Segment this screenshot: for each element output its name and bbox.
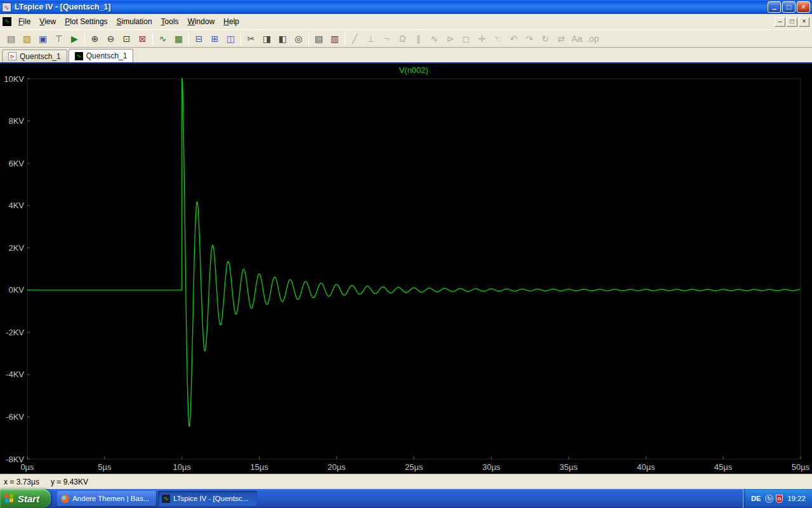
zoom-out-button[interactable]: ⊖	[103, 31, 119, 46]
open-button[interactable]: ▨	[19, 31, 35, 46]
x-tick-label: 35µs	[560, 462, 578, 472]
drag-icon: ☜	[494, 34, 502, 43]
toolbar-separator	[308, 32, 309, 45]
taskbar: Start Andere Themen | Bas...∿LTspice IV …	[0, 489, 812, 508]
maximize-button[interactable]: □	[782, 1, 796, 13]
zoom-out-icon: ⊖	[107, 34, 115, 43]
component-icon: ◻	[462, 34, 470, 43]
find-button[interactable]: ◎	[291, 31, 306, 46]
menu-simulation[interactable]: Simulation	[112, 15, 157, 28]
mdi-restore-icon: □	[790, 18, 794, 25]
taskbar-item-ltspice[interactable]: ∿LTspice IV - [Quentsc...	[158, 491, 257, 506]
maximize-icon: □	[787, 3, 791, 11]
tab-waveform-quentsch_1[interactable]: ∿Quentsch_1	[69, 49, 134, 62]
mdi-restore-button[interactable]: □	[787, 17, 797, 27]
drag-button: ☜	[490, 31, 506, 46]
titlebar: ∿ LTspice IV - [Quentsch_1] – □ ×	[0, 0, 812, 14]
menu-view[interactable]: View	[35, 15, 60, 28]
cut-button[interactable]: ✂	[243, 31, 259, 46]
zoom-full-extents-button[interactable]: ⊡	[119, 31, 134, 46]
text-icon: Aa	[572, 34, 582, 43]
clock: 19:22	[787, 495, 806, 502]
minimize-button[interactable]: –	[768, 1, 781, 13]
menu-window[interactable]: Window	[183, 15, 219, 28]
x-tick-label: 50µs	[792, 462, 810, 472]
menu-file[interactable]: File	[14, 15, 35, 28]
x-tick-label: 25µs	[405, 462, 423, 472]
close-button[interactable]: ×	[797, 1, 810, 13]
capacitor-icon: ∥	[416, 34, 421, 43]
waveform-pane[interactable]: V(n002) 10KV8KV6KV4KV2KV0KV-2KV-4KV-6KV-…	[0, 64, 812, 474]
redo-icon: ↷	[526, 34, 534, 43]
zoom-undo-icon: ⊠	[139, 34, 147, 43]
sync-icon[interactable]: ↻	[765, 495, 773, 503]
menu-plot-settings[interactable]: Plot Settings	[60, 15, 112, 28]
inductor-button: ∿	[426, 31, 442, 46]
label-net-button: ¬	[379, 31, 395, 46]
schematic-icon: ⊳	[8, 52, 16, 60]
cascade-windows-button[interactable]: ◫	[223, 31, 239, 46]
mirror-button: ⇄	[553, 31, 569, 46]
plot-settings-icon: ▦	[174, 34, 183, 43]
zoom-undo-button[interactable]: ⊠	[134, 31, 150, 46]
ltspice-icon: ∿	[162, 495, 170, 503]
save-icon: ▣	[39, 34, 47, 43]
y-tick-label: 4KV	[8, 201, 24, 210]
menu-help[interactable]: Help	[219, 15, 244, 28]
undo-button: ↶	[506, 31, 521, 46]
start-button[interactable]: Start	[0, 489, 51, 508]
toolbar-separator	[84, 32, 85, 45]
new-schematic-button[interactable]: ▤	[3, 31, 19, 46]
run-button[interactable]: ▶	[67, 31, 82, 46]
print-icon: ▥	[331, 34, 339, 43]
tile-horizontal-button[interactable]: ⊟	[191, 31, 207, 46]
zoom-in-button[interactable]: ⊕	[87, 31, 103, 46]
window-controls: – □ ×	[766, 1, 810, 13]
copy-icon: ◨	[263, 34, 271, 43]
y-tick-label: -4KV	[6, 370, 24, 379]
spice-directive-icon: .op	[587, 34, 599, 43]
mdi-close-button[interactable]: ×	[799, 17, 809, 27]
open-icon: ▨	[23, 34, 31, 43]
shield-icon[interactable]: G	[776, 495, 783, 503]
tab-label: Quentsch_1	[20, 52, 61, 61]
x-tick-label: 30µs	[482, 462, 501, 472]
y-tick-label: 10KV	[4, 74, 24, 84]
rotate-button: ↻	[537, 31, 553, 46]
resistor-icon: Ω	[399, 34, 405, 43]
tile-horizontal-icon: ⊟	[195, 34, 203, 43]
print-setup-button[interactable]: ▤	[311, 31, 327, 46]
window-title: LTspice IV - [Quentsch_1]	[15, 3, 111, 11]
status-bar: x = 3.73µs y = 9.43KV	[0, 474, 812, 489]
diode-button: ⊳	[442, 31, 458, 46]
app-icon: ∿	[2, 3, 11, 12]
x-tick-label: 40µs	[637, 462, 655, 472]
menu-tools[interactable]: Tools	[157, 15, 183, 28]
redo-button: ↷	[521, 31, 537, 46]
minimize-icon: –	[772, 4, 776, 13]
language-indicator[interactable]: DE	[751, 495, 761, 502]
paste-button[interactable]: ◧	[275, 31, 291, 46]
tab-schematic-quentsch_1[interactable]: ⊳Quentsch_1	[2, 50, 67, 62]
mdi-minimize-button[interactable]: –	[775, 17, 785, 27]
save-button[interactable]: ▣	[35, 31, 51, 46]
taskbar-item-firefox[interactable]: Andere Themen | Bas...	[57, 491, 156, 506]
system-tray: DE ↻G 19:22	[743, 489, 812, 508]
print-button[interactable]: ▥	[327, 31, 343, 46]
ground-icon: ⊥	[367, 34, 374, 43]
mdi-window-controls: – □ ×	[775, 17, 809, 27]
plot-settings-button[interactable]: ▦	[171, 31, 187, 46]
autorange-y-button[interactable]: ∿	[155, 31, 171, 46]
zoom-full-extents-icon: ⊡	[123, 34, 131, 43]
rotate-icon: ↻	[542, 34, 549, 43]
control-panel-button[interactable]: ⊤	[51, 31, 67, 46]
plot-background	[0, 64, 812, 474]
windows-flag-icon	[5, 494, 14, 504]
move-icon: ✛	[478, 34, 486, 43]
waveform-plot: V(n002) 10KV8KV6KV4KV2KV0KV-2KV-4KV-6KV-…	[0, 64, 812, 474]
waveform-icon: ∿	[75, 52, 83, 60]
print-setup-icon: ▤	[315, 34, 323, 43]
tile-vertical-button[interactable]: ⊞	[207, 31, 223, 46]
resistor-button: Ω	[395, 31, 410, 46]
copy-button[interactable]: ◨	[259, 31, 275, 46]
